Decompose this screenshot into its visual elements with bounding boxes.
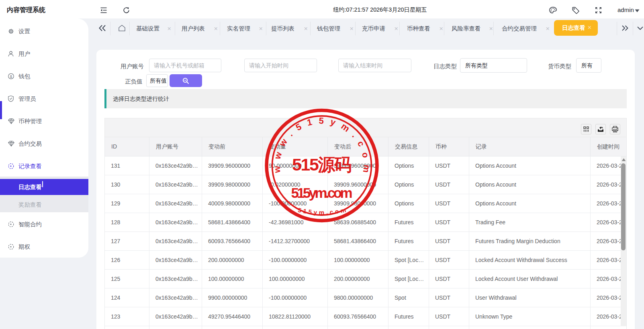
svg-text:$: $ [10, 74, 12, 79]
svg-text:515ym.com: 515ym.com [297, 206, 348, 215]
svg-text:515ym.com: 515ym.com [291, 185, 353, 201]
svg-text:515源码: 515源码 [292, 155, 352, 174]
